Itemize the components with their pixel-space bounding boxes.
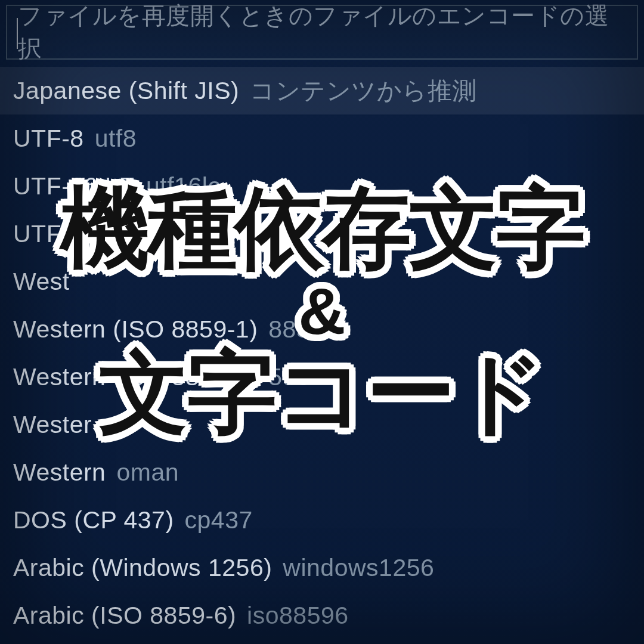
encoding-option[interactable]: Wester [0, 401, 644, 448]
encoding-option[interactable]: Arabic (Windows 1256) windows1256 [0, 544, 644, 592]
encoding-label: UTF-8 [13, 125, 84, 153]
encoding-picker-panel: ファイルを再度開くときのファイルのエンコードの選択 Japanese (Shif… [0, 0, 644, 644]
encoding-hint: utf8 [95, 125, 137, 153]
search-placeholder-text: ファイルを再度開くときのファイルのエンコードの選択 [18, 0, 626, 65]
encoding-option[interactable]: Western oman [0, 448, 644, 496]
encoding-option[interactable]: Japanese (Shift JIS) コンテンツから推測 [0, 67, 644, 114]
encoding-label: Japanese (Shift JIS) [13, 77, 239, 105]
encoding-hint: utf16le [146, 172, 222, 200]
encoding-list: Japanese (Shift JIS) コンテンツから推測 UTF-8 utf… [0, 67, 644, 639]
encoding-hint: oman [116, 459, 179, 487]
encoding-label: Arabic (Windows 1256) [13, 554, 272, 582]
encoding-label: Western (ISO 8859-3) [13, 363, 258, 391]
encoding-option[interactable]: Arabic (ISO 8859-6) iso88596 [0, 592, 644, 639]
encoding-option[interactable]: UTF-8 utf8 [0, 114, 644, 162]
text-caret-icon [17, 18, 18, 49]
encoding-option[interactable]: UTF-16 LE utf16le [0, 162, 644, 210]
encoding-label: Arabic (ISO 8859-6) [13, 602, 236, 630]
encoding-option[interactable]: UTF [0, 210, 644, 258]
encoding-label: Western [13, 459, 106, 487]
encoding-label: West [13, 268, 70, 296]
encoding-label: UTF [13, 220, 61, 248]
encoding-hint: 593 [268, 363, 310, 391]
search-container: ファイルを再度開くときのファイルのエンコードの選択 [0, 0, 644, 60]
encoding-hint: windows1256 [283, 554, 434, 582]
encoding-hint: cp437 [185, 506, 253, 534]
encoding-option[interactable]: Western (ISO 8859-3) 593 [0, 353, 644, 401]
encoding-hint: 88591 [268, 315, 338, 343]
encoding-hint: コンテンツから推測 [250, 75, 477, 107]
encoding-label: Western (ISO 8859-1) [13, 315, 258, 343]
encoding-hint: iso88596 [247, 602, 348, 630]
encoding-search-input[interactable]: ファイルを再度開くときのファイルのエンコードの選択 [6, 5, 638, 60]
encoding-option[interactable]: Western (ISO 8859-1) 88591 [0, 305, 644, 353]
encoding-label: DOS (CP 437) [13, 506, 174, 534]
encoding-option[interactable]: West [0, 258, 644, 305]
encoding-label: Wester [13, 411, 92, 439]
encoding-label: UTF-16 LE [13, 172, 135, 200]
encoding-option[interactable]: DOS (CP 437) cp437 [0, 496, 644, 544]
